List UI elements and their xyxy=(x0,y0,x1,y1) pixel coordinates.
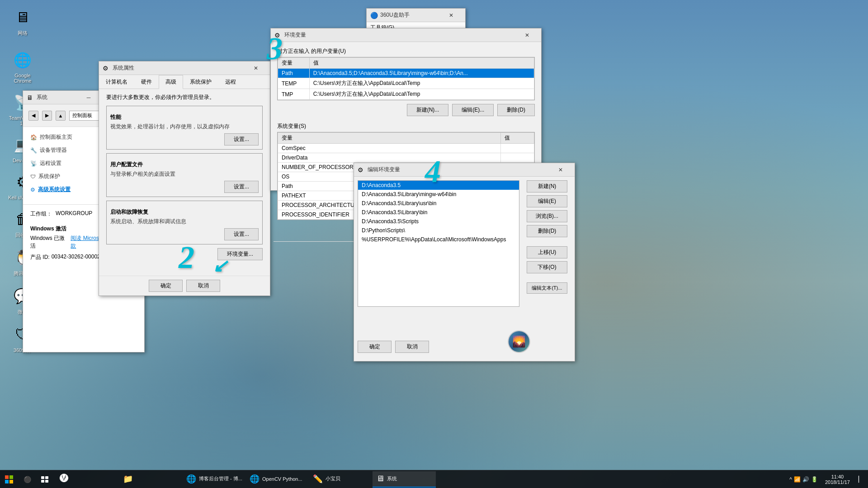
edit-env-item-6[interactable]: %USERPROFILE%\AppData\Local\Microsoft\Wi… xyxy=(358,235,519,244)
tray-arrow[interactable]: ^ xyxy=(789,476,792,483)
perf-settings-button[interactable]: 设置... xyxy=(224,133,259,145)
taskbar-opencv-label: OpenCV Python... xyxy=(262,476,302,482)
win360-close[interactable]: ✕ xyxy=(441,9,462,22)
taskbar-search[interactable]: ⚫ xyxy=(18,470,36,488)
env-user-col-value: 值 xyxy=(309,58,534,69)
env-user-row-temp[interactable]: TEMP C:\Users\对方正在输入\AppData\Local\Temp xyxy=(278,78,534,89)
edit-env-item-5[interactable]: D:\Python\Scripts\ xyxy=(358,226,519,235)
system-panel-minimize[interactable]: ─ xyxy=(78,91,99,104)
env-user-path-name: Path xyxy=(278,69,310,78)
startup-text: 系统启动、系统故障和调试信息 xyxy=(110,218,259,225)
env-controls: ✕ xyxy=(517,28,538,42)
win360-controls: ✕ xyxy=(441,9,462,22)
edit-env-up-button[interactable]: 上移(U) xyxy=(527,246,567,258)
back-button[interactable]: ◀ xyxy=(28,111,38,121)
sys-props-ok-button[interactable]: 确定 xyxy=(149,280,183,292)
advanced-icon: ⚙ xyxy=(30,187,35,193)
edit-env-close[interactable]: ✕ xyxy=(550,163,571,177)
taskbar-task-view[interactable] xyxy=(36,470,54,488)
env-user-table: 变量 值 Path D:\Anaconda3.5;D:\Anaconda3.5\… xyxy=(278,57,534,100)
edit-env-item-3[interactable]: D:\Anaconda3.5\Library\bin xyxy=(358,208,519,217)
env-user-edit-button[interactable]: 编辑(E)... xyxy=(452,104,494,116)
taskbar-edit-label: 小宝贝 xyxy=(326,475,340,482)
start-button[interactable] xyxy=(0,470,18,488)
sys-props-footer: 确定 取消 xyxy=(99,276,270,296)
env-system-row-driverdata[interactable]: DriverData xyxy=(278,153,534,163)
chrome-taskbar-icon: 🌐 xyxy=(186,474,196,484)
desktop-icon-chrome[interactable]: 🌐 Google Chrome xyxy=(5,47,41,85)
sys-props-close[interactable]: ✕ xyxy=(245,61,266,75)
edit-env-edittext-button[interactable]: 编辑文本(T)... xyxy=(527,282,567,294)
env-user-new-button[interactable]: 新建(N)... xyxy=(407,104,449,116)
system-taskbar-icon: 🖥 xyxy=(376,474,384,483)
edit-env-list[interactable]: D:\Anaconda3.5 D:\Anaconda3.5\Library\mi… xyxy=(358,180,519,307)
edit-env-icon: ⚙ xyxy=(358,166,365,174)
tab-remote[interactable]: 远程 xyxy=(218,75,243,89)
edit-env-browse-button[interactable]: 浏览(B)... xyxy=(527,210,567,222)
taskbar-datetime[interactable]: 11:40 2018/11/17 xyxy=(821,474,854,485)
taskbar-date-display: 2018/11/17 xyxy=(825,479,850,485)
env-close[interactable]: ✕ xyxy=(517,28,538,42)
sys-props-cancel-button[interactable]: 取消 xyxy=(186,280,220,292)
taskbar-app-system[interactable]: 🖥 系统 xyxy=(373,471,436,488)
env-user-path-value: D:\Anaconda3.5;D:\Anaconda3.5\Library\mi… xyxy=(309,69,534,78)
taskbar-system-label: 系统 xyxy=(387,475,397,482)
task-view-icon xyxy=(41,476,49,483)
env-user-delete-button[interactable]: 删除(D) xyxy=(497,104,535,116)
tray-vol-icon: 🔊 xyxy=(802,476,809,483)
taskbar-app-ve[interactable]: 🅥 xyxy=(56,471,119,488)
svg-rect-0 xyxy=(5,475,9,479)
edit-env-item-2[interactable]: D:\Anaconda3.5\Library\usr\bin xyxy=(358,199,519,208)
edit-env-down-button[interactable]: 下移(O) xyxy=(527,261,567,273)
desktop-icon-network[interactable]: 🖥 网络 xyxy=(5,5,41,38)
edit-env-cancel-button[interactable]: 取消 xyxy=(395,341,429,353)
sys-props-tabs: 计算机名 硬件 高级 系统保护 远程 xyxy=(99,75,270,89)
taskbar-tray: ^ 📶 🔊 🔋 xyxy=(786,476,821,483)
taskbar-show-desktop[interactable]: ▏ xyxy=(854,470,868,488)
taskbar-app-chrome-2[interactable]: 🌐 OpenCV Python... xyxy=(246,471,309,488)
env-user-row-tmp[interactable]: TMP C:\Users\对方正在输入\AppData\Local\Temp xyxy=(278,89,534,100)
edit-env-edit-button[interactable]: 编辑(E) xyxy=(527,195,567,207)
remote-icon: 📡 xyxy=(30,160,37,167)
tab-protection[interactable]: 系统保护 xyxy=(183,75,218,89)
taskbar-app-edit[interactable]: ✏️ 小宝贝 xyxy=(309,471,373,488)
env-variables-button[interactable]: 环境变量... xyxy=(217,248,263,260)
svg-rect-1 xyxy=(9,475,13,479)
profile-text: 与登录帐户相关的桌面设置 xyxy=(110,170,259,178)
edit-env-item-1[interactable]: D:\Anaconda3.5\Library\mingw-w64\bin xyxy=(358,190,519,199)
tab-advanced[interactable]: 高级 xyxy=(159,75,183,89)
startup-btn-row: 设置... xyxy=(110,228,259,240)
edit-env-delete-button[interactable]: 删除(D) xyxy=(527,225,567,237)
sys-props-icon: ⚙ xyxy=(103,65,110,72)
env-user-row-path[interactable]: Path D:\Anaconda3.5;D:\Anaconda3.5\Libra… xyxy=(278,69,534,78)
windows-logo-icon xyxy=(5,475,13,483)
tab-hardware[interactable]: 硬件 xyxy=(134,75,159,89)
edit-env-controls: ✕ xyxy=(550,163,571,177)
taskbar-app-chrome-1[interactable]: 🌐 博客后台管理 - 博... xyxy=(183,471,246,488)
edit-env-main-row: D:\Anaconda3.5 D:\Anaconda3.5\Library\mi… xyxy=(358,180,571,330)
system-panel-title: 系统 xyxy=(37,94,78,101)
tab-computername[interactable]: 计算机名 xyxy=(99,75,134,89)
admin-note: 要进行大多数更改，你必须作为管理员登录。 xyxy=(106,94,263,101)
edit-env-ok-button[interactable]: 确定 xyxy=(358,341,392,353)
device-manager-icon: 🔧 xyxy=(30,147,37,154)
startup-settings-button[interactable]: 设置... xyxy=(224,228,259,240)
startup-section: 启动和故障恢复 系统启动、系统故障和调试信息 设置... xyxy=(106,201,263,244)
product-id-label: 产品 ID: xyxy=(30,253,50,261)
taskbar-app-explorer[interactable]: 📁 xyxy=(119,471,183,488)
edit-env-item-0[interactable]: D:\Anaconda3.5 xyxy=(358,181,519,190)
up-button[interactable]: ▲ xyxy=(56,111,66,121)
env-titlebar[interactable]: ⚙ 环境变量 ✕ xyxy=(271,28,541,42)
env-system-row-comspec[interactable]: ComSpec xyxy=(278,144,534,153)
perf-btn-row: 设置... xyxy=(110,133,259,145)
profile-settings-button[interactable]: 设置... xyxy=(224,181,259,193)
edit-env-item-4[interactable]: D:\Anaconda3.5\Scripts xyxy=(358,217,519,226)
forward-button[interactable]: ▶ xyxy=(42,111,52,121)
edit-env-titlebar[interactable]: ⚙ 编辑环境变量 ✕ xyxy=(354,163,575,177)
sys-props-controls: ✕ xyxy=(245,61,266,75)
perf-section: 性能 视觉效果，处理器计划，内存使用，以及虚拟内存 设置... xyxy=(106,106,263,150)
env-user-btn-row: 新建(N)... 编辑(E)... 删除(D) xyxy=(274,100,538,120)
win360-titlebar[interactable]: 🔵 360U盘助手 ✕ xyxy=(367,9,465,22)
sys-props-titlebar[interactable]: ⚙ 系统属性 ✕ xyxy=(99,61,270,75)
edit-env-new-button[interactable]: 新建(N) xyxy=(527,180,567,192)
